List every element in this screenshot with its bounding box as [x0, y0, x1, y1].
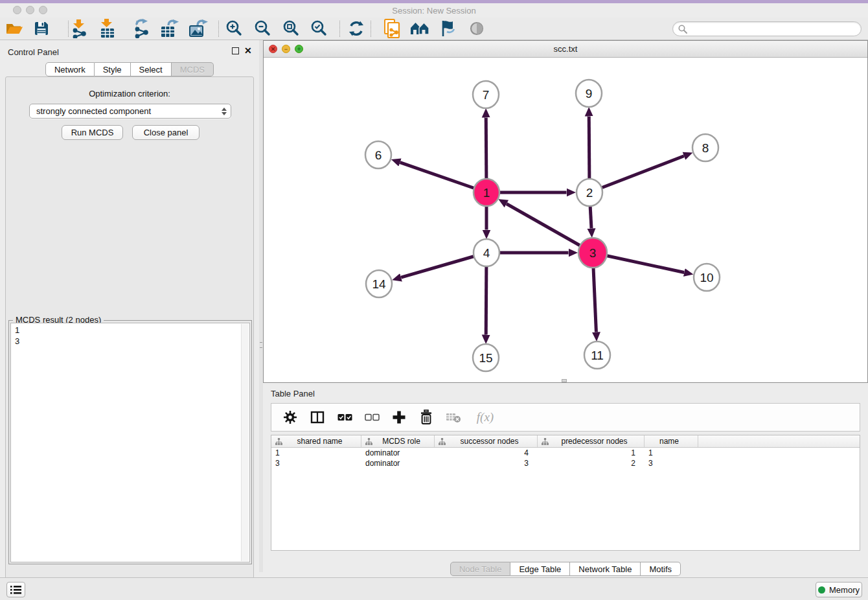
- zoom-selected-icon: [311, 20, 328, 37]
- table-settings-button[interactable]: [280, 407, 300, 428]
- graph-node-label: 9: [586, 87, 593, 100]
- zoom-out-button[interactable]: [252, 19, 274, 38]
- memory-status-icon: [818, 586, 825, 594]
- add-column-button[interactable]: [389, 407, 409, 428]
- tab-network[interactable]: Network: [45, 62, 95, 76]
- tab-motifs[interactable]: Motifs: [641, 562, 681, 576]
- close-panel-button[interactable]: Close panel: [132, 125, 200, 140]
- column-header-shared-name[interactable]: shared name: [271, 435, 361, 447]
- mcds-result-box: MCDS result (2 nodes) 1 3: [8, 320, 252, 564]
- graph-edge-2-8[interactable]: [589, 156, 684, 192]
- export-table-icon: [159, 19, 180, 38]
- checked-boxes-icon: [337, 413, 352, 421]
- cell-successor-nodes[interactable]: 3: [435, 458, 538, 468]
- status-bar: Memory: [0, 577, 868, 600]
- deselect-all-columns-button[interactable]: [362, 407, 382, 428]
- task-history-button[interactable]: [6, 582, 25, 597]
- open-file-button[interactable]: [3, 19, 25, 38]
- tab-style[interactable]: Style: [95, 62, 131, 76]
- cell-successor-nodes[interactable]: 4: [435, 448, 538, 458]
- graph-node-label: 2: [586, 186, 593, 200]
- graph-node-label: 3: [589, 246, 597, 260]
- tab-edge-table[interactable]: Edge Table: [510, 562, 570, 576]
- table-toolbar: f(x): [271, 403, 860, 432]
- float-panel-icon[interactable]: [232, 47, 239, 54]
- import-table-button[interactable]: [97, 19, 119, 38]
- export-image-icon: [188, 19, 209, 38]
- network-window-title: scc.txt: [264, 44, 867, 54]
- import-network-button[interactable]: [69, 19, 91, 38]
- zoom-in-icon: [226, 20, 243, 37]
- result-scrollbar[interactable]: [241, 324, 249, 561]
- table-panel-tabs: Node Table Edge Table Network Table Moti…: [263, 562, 868, 576]
- graph-node-label: 11: [591, 349, 604, 362]
- cell-predecessor-nodes[interactable]: 2: [538, 458, 645, 468]
- export-network-button[interactable]: [131, 19, 153, 38]
- column-header-predecessor-nodes[interactable]: predecessor nodes: [538, 435, 645, 447]
- delete-column-button[interactable]: [417, 407, 436, 428]
- splitter-grip[interactable]: [260, 342, 262, 348]
- canvas-splitter-grip[interactable]: [562, 379, 567, 382]
- mcds-result-text[interactable]: 1 3: [10, 323, 250, 562]
- search-icon: [678, 25, 687, 34]
- column-header-successor-nodes[interactable]: successor nodes: [435, 435, 538, 447]
- run-mcds-button[interactable]: Run MCDS: [62, 125, 123, 140]
- memory-button[interactable]: Memory: [816, 582, 862, 597]
- graph-node-label: 1: [483, 186, 490, 200]
- apply-layout-button[interactable]: [409, 19, 431, 38]
- close-panel-icon[interactable]: ✕: [244, 47, 252, 54]
- tab-mcds[interactable]: MCDS: [172, 62, 214, 76]
- table-header-row: shared name MCDS role successor nodes pr…: [271, 435, 860, 448]
- search-input[interactable]: [690, 24, 852, 34]
- node-table: shared name MCDS role successor nodes pr…: [271, 435, 860, 551]
- column-type-icon: [275, 438, 282, 445]
- refresh-view-button[interactable]: [345, 19, 367, 38]
- export-image-button[interactable]: [187, 19, 209, 38]
- graph-node-label: 7: [483, 88, 490, 102]
- network-window-titlebar[interactable]: ✕ − ＋ scc.txt: [264, 41, 867, 58]
- column-header-mcds-role[interactable]: MCDS role: [361, 435, 435, 447]
- table-row[interactable]: 3 dominator 3 2 3: [271, 458, 860, 468]
- dropdown-updown-icon: [222, 108, 227, 115]
- result-line: 3: [15, 336, 246, 347]
- cell-name[interactable]: 3: [645, 458, 698, 468]
- open-folder-icon: [5, 21, 23, 36]
- cell-mcds-role[interactable]: dominator: [361, 448, 435, 458]
- search-field[interactable]: [672, 21, 862, 36]
- cell-name[interactable]: 1: [645, 448, 698, 458]
- network-view-window: ✕ − ＋ scc.txt 7968124314101511: [263, 40, 868, 383]
- select-all-columns-button[interactable]: [335, 407, 354, 428]
- import-table-icon: [98, 19, 117, 38]
- column-header-name[interactable]: name: [645, 435, 698, 447]
- criterion-dropdown[interactable]: strongly connected component: [29, 104, 231, 119]
- network-canvas[interactable]: 7968124314101511: [264, 58, 867, 382]
- style-preview-button[interactable]: [437, 19, 459, 38]
- zoom-selected-button[interactable]: [308, 19, 330, 38]
- cell-shared-name[interactable]: 3: [271, 458, 361, 468]
- main-titlebar: Session: New Session: [0, 3, 868, 17]
- criterion-dropdown-value: strongly connected component: [36, 106, 151, 116]
- table-row[interactable]: 1 dominator 4 1 1: [271, 448, 860, 458]
- save-session-button[interactable]: [30, 19, 52, 38]
- save-icon: [34, 21, 49, 36]
- zoom-fit-button[interactable]: [280, 19, 303, 38]
- tab-node-table[interactable]: Node Table: [450, 562, 511, 576]
- list-icon: [10, 585, 21, 595]
- tab-network-table[interactable]: Network Table: [570, 562, 641, 576]
- cell-mcds-role[interactable]: dominator: [361, 458, 435, 468]
- show-hide-button[interactable]: [466, 19, 488, 38]
- tab-select[interactable]: Select: [131, 62, 172, 76]
- export-network-icon: [132, 19, 152, 38]
- clone-network-button[interactable]: [381, 19, 403, 38]
- export-table-button[interactable]: [159, 19, 181, 38]
- optimization-criterion-label: Optimization criterion:: [6, 89, 253, 98]
- column-layout-button[interactable]: [308, 407, 327, 428]
- gear-icon: [284, 411, 297, 424]
- function-builder-button-disabled: f(x): [471, 407, 499, 428]
- zoom-in-button[interactable]: [223, 19, 246, 38]
- graph-node-label: 15: [479, 351, 492, 365]
- cell-predecessor-nodes[interactable]: 1: [538, 448, 645, 458]
- toolbar-separator: [218, 21, 219, 37]
- style-brush-icon: [439, 20, 456, 37]
- cell-shared-name[interactable]: 1: [271, 448, 361, 458]
